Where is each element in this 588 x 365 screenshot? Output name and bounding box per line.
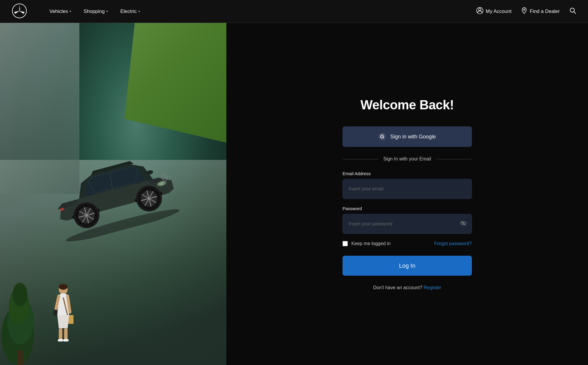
forgot-password-link[interactable]: Forgot password? [434, 241, 472, 246]
find-dealer-nav[interactable]: Find a Dealer [521, 7, 560, 16]
main-layout: Welcome Back! G Sign in with Google Sign… [0, 0, 588, 365]
register-link[interactable]: Register [424, 285, 441, 290]
svg-point-46 [13, 283, 27, 306]
keep-logged-label[interactable]: Keep me logged in [343, 241, 390, 246]
navbar: Vehicles ▾ Shopping ▾ Electric ▾ My Acco… [0, 0, 588, 23]
account-icon [476, 7, 483, 16]
email-label: Email Address [343, 171, 472, 176]
email-input[interactable] [343, 179, 472, 199]
navbar-right: My Account Find a Dealer [476, 7, 576, 16]
svg-text:G: G [380, 134, 384, 140]
password-wrapper [343, 214, 472, 234]
nav-item-vehicles[interactable]: Vehicles ▾ [45, 6, 76, 17]
location-icon [521, 7, 527, 16]
svg-rect-47 [17, 350, 23, 365]
svg-point-42 [63, 339, 69, 341]
google-icon: G [378, 133, 386, 140]
svg-rect-39 [59, 328, 62, 340]
divider-right [436, 159, 472, 159]
tree-figure [0, 277, 47, 365]
svg-point-5 [523, 9, 525, 10]
welcome-title: Welcome Back! [343, 98, 472, 112]
my-account-nav[interactable]: My Account [476, 7, 512, 16]
svg-line-7 [574, 11, 576, 14]
email-field-group: Email Address [343, 171, 472, 199]
svg-point-36 [59, 284, 68, 290]
chevron-down-icon: ▾ [70, 10, 71, 13]
login-panel: Welcome Back! G Sign in with Google Sign… [226, 23, 588, 365]
car-background [0, 23, 226, 365]
search-button[interactable] [569, 7, 576, 16]
main-nav: Vehicles ▾ Shopping ▾ Electric ▾ [45, 6, 476, 17]
chevron-down-icon: ▾ [106, 10, 108, 13]
person-figure [53, 283, 74, 327]
svg-rect-40 [64, 328, 68, 340]
svg-point-41 [58, 339, 64, 341]
keep-logged-checkbox[interactable] [343, 241, 348, 246]
login-form-container: Welcome Back! G Sign in with Google Sign… [343, 98, 472, 290]
divider-left [343, 159, 379, 159]
password-label: Password [343, 206, 472, 211]
mercedes-logo-icon [12, 3, 27, 19]
options-row: Keep me logged in Forgot password? [343, 241, 472, 246]
svg-point-3 [479, 8, 481, 11]
grass-patch [125, 23, 227, 143]
chevron-down-icon: ▾ [138, 10, 140, 13]
google-signin-button[interactable]: G Sign in with Google [343, 126, 472, 147]
nav-item-shopping[interactable]: Shopping ▾ [79, 6, 113, 17]
eye-off-icon [460, 221, 467, 226]
svg-rect-38 [54, 310, 57, 316]
login-button[interactable]: Log In [343, 256, 472, 276]
nav-item-electric[interactable]: Electric ▾ [116, 6, 145, 17]
password-input[interactable] [343, 214, 472, 234]
svg-point-2 [19, 10, 20, 11]
hero-image-panel [0, 23, 226, 365]
register-row: Don't have an account? Register [343, 285, 472, 290]
email-divider: Sign In with your Email [343, 156, 472, 162]
password-toggle-button[interactable] [460, 221, 467, 227]
logo[interactable] [12, 3, 27, 20]
search-icon [569, 7, 576, 14]
password-field-group: Password [343, 206, 472, 234]
